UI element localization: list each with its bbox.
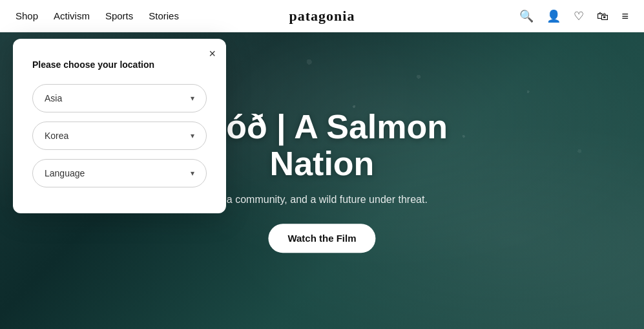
- hero-content: þjóð | A SalmonNation y, a community, an…: [196, 109, 448, 253]
- hero-title: þjóð | A SalmonNation: [196, 109, 448, 182]
- location-modal: × Please choose your location Asia ▾ Kor…: [13, 39, 226, 213]
- language-dropdown-value: Language: [45, 168, 85, 178]
- country-chevron-icon: ▾: [191, 131, 194, 140]
- hero-subtitle: y, a community, and a wild future under …: [196, 194, 448, 206]
- menu-icon[interactable]: ≡: [621, 10, 628, 22]
- nav-link-shop[interactable]: Shop: [16, 10, 38, 21]
- nav-left: Shop Activism Sports Stories: [16, 10, 179, 21]
- region-dropdown-value: Asia: [45, 93, 62, 103]
- watch-film-button[interactable]: Watch the Film: [268, 224, 375, 253]
- nav-right: 🔍 👤 ♡ 🛍 ≡: [519, 10, 628, 22]
- search-icon[interactable]: 🔍: [519, 10, 534, 22]
- nav-link-stories[interactable]: Stories: [149, 10, 179, 21]
- language-chevron-icon: ▾: [191, 169, 194, 178]
- nav-link-sports[interactable]: Sports: [105, 10, 133, 21]
- language-dropdown[interactable]: Language ▾: [32, 159, 207, 187]
- country-dropdown[interactable]: Korea ▾: [32, 122, 207, 150]
- region-chevron-icon: ▾: [191, 94, 194, 103]
- country-dropdown-value: Korea: [45, 131, 68, 141]
- wishlist-icon[interactable]: ♡: [574, 10, 584, 22]
- modal-title: Please choose your location: [32, 59, 207, 70]
- modal-close-button[interactable]: ×: [209, 48, 216, 59]
- brand-logo[interactable]: patagonia: [289, 8, 355, 25]
- region-dropdown[interactable]: Asia ▾: [32, 84, 207, 112]
- account-icon[interactable]: 👤: [546, 10, 561, 22]
- navbar: Shop Activism Sports Stories patagonia 🔍…: [0, 0, 644, 32]
- cart-icon[interactable]: 🛍: [597, 10, 608, 22]
- nav-link-activism[interactable]: Activism: [54, 10, 90, 21]
